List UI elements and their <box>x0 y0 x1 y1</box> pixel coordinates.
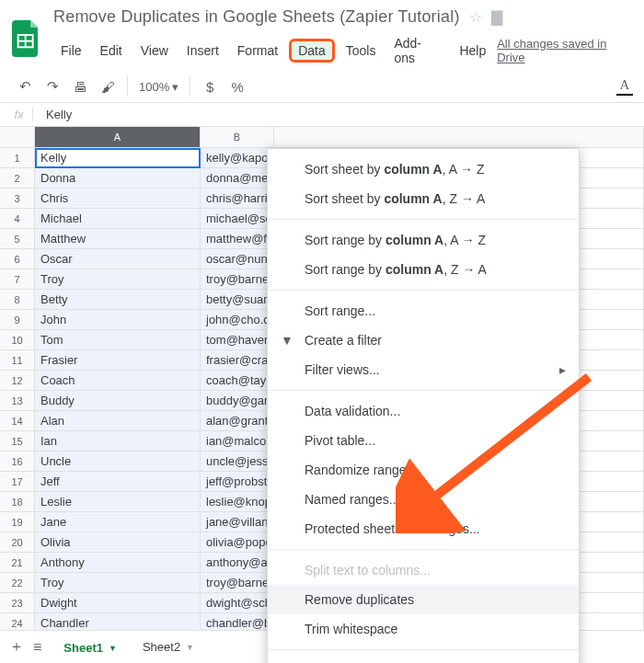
document-title[interactable]: Remove Duplicates in Google Sheets (Zapi… <box>53 7 460 27</box>
menu-tools[interactable]: Tools <box>339 40 384 62</box>
row-header[interactable]: 20 <box>0 532 35 553</box>
menu-data[interactable]: Data <box>289 39 335 63</box>
row-header[interactable]: 14 <box>0 411 35 431</box>
cell[interactable]: troy@barnes <box>201 269 274 290</box>
cell[interactable]: Frasier <box>35 350 201 371</box>
cell[interactable]: Michael <box>35 209 201 229</box>
row-header[interactable]: 12 <box>0 371 35 391</box>
row-header[interactable]: 11 <box>0 350 35 371</box>
row-header[interactable]: 2 <box>0 168 35 189</box>
cell[interactable]: buddy@garr <box>201 391 274 411</box>
format-currency-icon[interactable]: $ <box>201 79 218 95</box>
row-header[interactable]: 13 <box>0 391 35 411</box>
cell[interactable]: Anthony <box>35 553 201 573</box>
cell[interactable]: alan@grant. <box>201 411 274 431</box>
spreadsheet-grid[interactable]: A B 1Kellykelly@kapov2Donnadonna@mea3Chr… <box>0 127 644 634</box>
cell[interactable]: kelly@kapov <box>201 148 274 168</box>
menu-help[interactable]: Help <box>452 40 493 62</box>
cell[interactable]: Alan <box>35 411 201 431</box>
menu-item[interactable]: Sort sheet by column A, A → Z <box>268 154 579 184</box>
row-header[interactable]: 16 <box>0 452 35 472</box>
row-header[interactable]: 10 <box>0 330 35 350</box>
column-header-empty[interactable] <box>274 127 644 148</box>
cell[interactable]: Buddy <box>35 391 201 411</box>
formula-bar-value[interactable]: Kelly <box>40 108 72 121</box>
menu-edit[interactable]: Edit <box>93 40 130 62</box>
menu-item[interactable]: Randomize range <box>268 455 579 485</box>
cell[interactable]: chris@harris <box>201 189 274 209</box>
cell[interactable]: Uncle <box>35 452 201 472</box>
cell[interactable]: olivia@pope <box>201 532 274 553</box>
row-header[interactable]: 17 <box>0 472 35 492</box>
move-folder-icon[interactable]: ▇ <box>491 8 502 26</box>
zoom-select[interactable]: 100% ▾ <box>139 80 178 94</box>
menu-item[interactable]: Sort range by column A, Z → A <box>268 255 579 284</box>
cell[interactable]: Coach <box>35 371 201 391</box>
cell[interactable]: jeff@probst. <box>201 472 274 492</box>
row-header[interactable]: 8 <box>0 290 35 310</box>
menu-item[interactable]: Sort range by column A, A → Z <box>268 225 579 255</box>
menu-item[interactable]: Named ranges... <box>268 485 579 514</box>
cell[interactable]: Olivia <box>35 532 201 553</box>
cell[interactable]: jane@villanu <box>201 512 274 532</box>
menu-item[interactable]: Sort sheet by column A, Z → A <box>268 184 579 213</box>
save-status[interactable]: All changes saved in Drive <box>497 37 635 64</box>
sheet-tab-sheet1[interactable]: Sheet1 ▼ <box>51 634 130 660</box>
sheets-app-icon[interactable] <box>9 16 44 62</box>
menu-item[interactable]: Protected sheets and ranges... <box>268 514 579 543</box>
row-header[interactable]: 21 <box>0 553 35 573</box>
format-percent-icon[interactable]: % <box>229 79 246 95</box>
cell[interactable]: Chris <box>35 189 201 209</box>
cell[interactable]: Dwight <box>35 593 201 613</box>
redo-icon[interactable]: ↷ <box>44 78 61 95</box>
add-sheet-button[interactable]: ＋ <box>9 637 24 657</box>
sheet-tab-sheet2[interactable]: Sheet2 ▼ <box>130 634 207 660</box>
menu-item[interactable]: Pivot table... <box>268 426 579 455</box>
row-header[interactable]: 4 <box>0 209 35 229</box>
menu-view[interactable]: View <box>133 40 176 62</box>
cell[interactable]: matthew@fc <box>201 229 274 249</box>
select-all-corner[interactable] <box>0 127 35 148</box>
cell[interactable]: leslie@knop <box>201 492 274 512</box>
menu-item[interactable]: Trim whitespace <box>268 614 579 644</box>
menu-item[interactable]: Create a filter▼ <box>268 326 579 355</box>
cell[interactable]: anthony@an <box>201 553 274 573</box>
row-header[interactable]: 1 <box>0 148 35 168</box>
row-header[interactable]: 9 <box>0 310 35 330</box>
cell[interactable]: coach@tayl <box>201 371 274 391</box>
cell[interactable]: frasier@cran <box>201 350 274 371</box>
menu-file[interactable]: File <box>53 40 89 62</box>
menu-item[interactable]: Remove duplicates <box>268 585 579 614</box>
star-icon[interactable]: ☆ <box>469 8 482 26</box>
cell[interactable]: ian@malcoln <box>201 431 274 452</box>
paint-format-icon[interactable]: 🖌 <box>99 79 116 95</box>
row-header[interactable]: 18 <box>0 492 35 512</box>
row-header[interactable]: 3 <box>0 189 35 209</box>
row-header[interactable]: 22 <box>0 573 35 593</box>
cell[interactable]: John <box>35 310 201 330</box>
all-sheets-button[interactable]: ≡ <box>33 639 41 656</box>
cell[interactable]: Jeff <box>35 472 201 492</box>
cell[interactable]: Donna <box>35 168 201 189</box>
cell[interactable]: Oscar <box>35 249 201 269</box>
cell[interactable]: oscar@nune <box>201 249 274 269</box>
menu-item[interactable]: Group columns A - BOption+Shift+→ <box>268 656 579 663</box>
cell[interactable]: michael@sc <box>201 209 274 229</box>
formula-bar[interactable]: fx Kelly <box>0 103 644 127</box>
print-icon[interactable]: 🖶 <box>72 79 88 95</box>
cell[interactable]: tom@haverf <box>201 330 274 350</box>
cell[interactable]: Betty <box>35 290 201 310</box>
row-header[interactable]: 19 <box>0 512 35 532</box>
underline-icon[interactable]: A <box>616 77 633 96</box>
cell[interactable]: dwight@sch <box>201 593 274 613</box>
cell[interactable]: Leslie <box>35 492 201 512</box>
cell[interactable]: uncle@jesse <box>201 452 274 472</box>
cell[interactable]: betty@suare <box>201 290 274 310</box>
cell[interactable]: Matthew <box>35 229 201 249</box>
column-header-a[interactable]: A <box>35 127 201 148</box>
row-header[interactable]: 7 <box>0 269 35 290</box>
column-header-b[interactable]: B <box>201 127 274 148</box>
menu-item[interactable]: Filter views...▸ <box>268 355 579 384</box>
cell[interactable]: Kelly <box>35 148 201 168</box>
menu-item[interactable]: Sort range... <box>268 296 579 326</box>
